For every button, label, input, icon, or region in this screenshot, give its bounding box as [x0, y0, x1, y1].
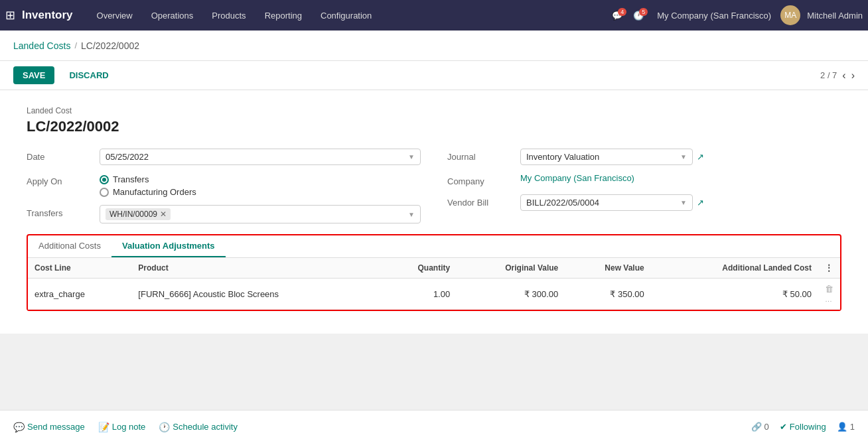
following-check-icon: ✔	[780, 422, 787, 432]
additional-landed-cost-value: ₹ 50.00	[782, 289, 812, 299]
col-header-new-value: New Value	[565, 258, 650, 279]
transfer-tag-text: WH/IN/00009	[109, 210, 157, 219]
paperclip-icon: 🔗	[751, 422, 762, 432]
grid-icon[interactable]: ⊞	[5, 8, 15, 23]
save-button[interactable]: SAVE	[13, 66, 54, 84]
next-arrow[interactable]: ›	[851, 70, 855, 82]
send-message-label: Send message	[27, 422, 85, 432]
transfers-label: Transfers	[27, 205, 93, 218]
left-fields: Date 05/25/2022 ▼ Apply On	[27, 149, 421, 223]
tab-additional-costs[interactable]: Additional Costs	[28, 235, 111, 257]
col-header-original-value: Original Value	[457, 258, 565, 279]
likes-count: 0	[764, 422, 769, 432]
cell-cost-line: extra_charge	[28, 279, 131, 310]
send-message-button[interactable]: 💬 Send message	[13, 422, 85, 432]
tab-valuation-adjustments[interactable]: Valuation Adjustments	[111, 235, 226, 257]
top-navigation: ⊞ Inventory Overview Operations Products…	[0, 0, 868, 31]
journal-field-row: Journal Inventory Valuation ▼ ↗	[447, 149, 841, 165]
schedule-activity-button[interactable]: 🕐 Schedule activity	[159, 422, 238, 432]
vendor-bill-field-row: Vendor Bill BILL/2022/05/0004 ▼ ↗	[447, 194, 841, 211]
journal-input[interactable]: Inventory Valuation ▼	[520, 149, 693, 165]
radio-manufacturing-label: Manufacturing Orders	[113, 187, 196, 197]
vendor-bill-external-link-icon[interactable]: ↗	[697, 198, 704, 208]
breadcrumb-parent[interactable]: Landed Costs	[13, 40, 70, 51]
pager-text: 2 / 7	[820, 70, 837, 80]
transfers-dropdown-icon: ▼	[408, 211, 415, 218]
vendor-bill-dropdown-icon: ▼	[680, 199, 687, 206]
journal-external-link-icon[interactable]: ↗	[697, 152, 704, 162]
product-value: [FURN_6666] Acoustic Bloc Screens	[138, 289, 279, 299]
cost-line-value: extra_charge	[35, 289, 85, 299]
bottom-bar: 💬 Send message 📝 Log note 🕐 Schedule act…	[0, 410, 868, 443]
form-card: Landed Cost LC/2022/0002 Date 05/25/2022…	[0, 90, 868, 334]
original-value-text: ₹ 300.00	[524, 289, 558, 299]
record-label: Landed Cost	[27, 106, 841, 115]
company-name: My Company (San Francisco)	[657, 11, 771, 21]
delete-row-icon[interactable]: 🗑	[825, 284, 833, 294]
table-header-row: Cost Line Product Quantity Original Valu…	[28, 258, 840, 279]
col-header-cost-line: Cost Line	[28, 258, 131, 279]
vendor-bill-label: Vendor Bill	[447, 194, 514, 208]
cell-original-value: ₹ 300.00	[457, 279, 565, 310]
col-header-actions: ⋮	[818, 258, 840, 279]
log-note-label: Log note	[112, 422, 146, 432]
row-more-icon[interactable]: …	[825, 295, 832, 303]
company-value-wrapper: My Company (San Francisco)	[520, 173, 841, 183]
tabs-header: Additional Costs Valuation Adjustments	[28, 235, 840, 258]
vendor-bill-value-wrapper: BILL/2022/05/0004 ▼ ↗	[520, 194, 841, 211]
record-id: LC/2022/0002	[27, 118, 841, 135]
col-header-quantity: Quantity	[382, 258, 457, 279]
breadcrumb-current: LC/2022/0002	[81, 40, 139, 51]
main-content: Landed Cost LC/2022/0002 Date 05/25/2022…	[0, 90, 868, 410]
following-label: Following	[790, 422, 826, 432]
transfers-field-row: Transfers WH/IN/00009 ✕ ▼	[27, 205, 421, 223]
journal-dropdown-icon: ▼	[680, 153, 687, 160]
nav-overview[interactable]: Overview	[89, 8, 141, 23]
log-note-button[interactable]: 📝 Log note	[98, 422, 146, 432]
tabs-section: Additional Costs Valuation Adjustments C…	[27, 234, 841, 311]
cell-row-actions: 🗑 …	[818, 279, 840, 310]
date-label: Date	[27, 149, 93, 162]
date-input[interactable]: 05/25/2022 ▼	[100, 149, 421, 165]
company-link[interactable]: My Company (San Francisco)	[520, 173, 634, 183]
nav-operations[interactable]: Operations	[143, 8, 202, 23]
discard-button[interactable]: DISCARD	[60, 66, 117, 84]
messages-icon[interactable]: 💬 4	[612, 11, 622, 21]
transfer-tag-remove[interactable]: ✕	[160, 210, 167, 219]
journal-value-wrapper: Inventory Valuation ▼ ↗	[520, 149, 841, 165]
col-header-additional-landed-cost: Additional Landed Cost	[651, 258, 818, 279]
avatar[interactable]: MA	[780, 5, 800, 25]
followers-section: 👤 1	[837, 422, 855, 432]
apply-on-value: Transfers Manufacturing Orders	[100, 173, 421, 197]
clock-icon[interactable]: 🕐 5	[633, 11, 644, 21]
schedule-activity-label: Schedule activity	[173, 422, 238, 432]
followers-count: 1	[850, 422, 855, 432]
date-value-wrapper: 05/25/2022 ▼	[100, 149, 421, 165]
transfers-input[interactable]: WH/IN/00009 ✕ ▼	[100, 205, 421, 223]
vendor-bill-text: BILL/2022/05/0004	[526, 198, 599, 208]
send-message-icon: 💬	[13, 422, 25, 432]
radio-transfers-dot	[100, 175, 109, 184]
nav-reporting[interactable]: Reporting	[257, 8, 310, 23]
table-row: extra_charge [FURN_6666] Acoustic Bloc S…	[28, 279, 840, 310]
vendor-bill-input[interactable]: BILL/2022/05/0004 ▼	[520, 194, 693, 211]
following-button[interactable]: ✔ Following	[780, 422, 826, 432]
transfers-value: WH/IN/00009 ✕ ▼	[100, 205, 421, 223]
date-field-row: Date 05/25/2022 ▼	[27, 149, 421, 165]
radio-transfers[interactable]: Transfers	[100, 174, 421, 184]
radio-manufacturing-dot	[100, 188, 109, 197]
radio-manufacturing[interactable]: Manufacturing Orders	[100, 187, 421, 197]
nav-configuration[interactable]: Configuration	[313, 8, 380, 23]
pager: 2 / 7 ‹ ›	[820, 70, 855, 82]
radio-group: Transfers Manufacturing Orders	[100, 173, 421, 197]
schedule-activity-icon: 🕐	[159, 422, 170, 432]
fields-grid: Date 05/25/2022 ▼ Apply On	[27, 149, 841, 223]
cell-quantity: 1.00	[382, 279, 457, 310]
action-bar: SAVE DISCARD 2 / 7 ‹ ›	[0, 61, 868, 90]
messages-badge: 4	[618, 8, 626, 16]
user-name: Mitchell Admin	[807, 11, 863, 21]
cell-new-value: ₹ 350.00	[565, 279, 650, 310]
prev-arrow[interactable]: ‹	[842, 70, 845, 82]
brand-name[interactable]: Inventory	[22, 9, 73, 22]
nav-products[interactable]: Products	[204, 8, 253, 23]
